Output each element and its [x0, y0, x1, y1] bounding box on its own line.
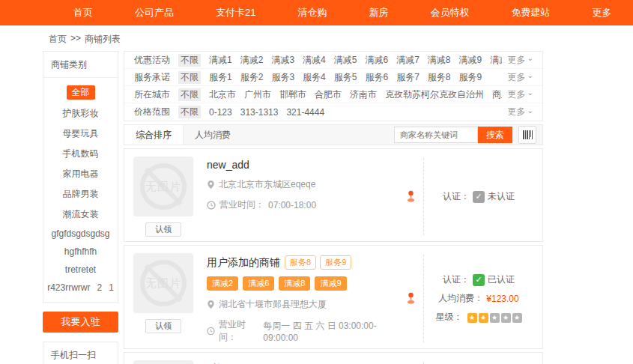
- shop-hours-row: 营业时间：07:00-18:00: [207, 198, 398, 211]
- filter-options: 不限服务1服务2服务3服务4服务5服务6服务7服务8服务9: [178, 71, 502, 84]
- filter-option[interactable]: 满减2: [240, 54, 264, 67]
- nav-item[interactable]: 公司产品: [114, 0, 195, 25]
- service-tag: 服务8: [285, 255, 316, 270]
- category-item[interactable]: 品牌男装: [63, 188, 99, 201]
- filter-option[interactable]: 服务6: [365, 71, 388, 84]
- nav-item[interactable]: 免费建站: [490, 0, 571, 25]
- filter-option[interactable]: 北京市: [209, 88, 236, 101]
- filter-more-button[interactable]: 更多 ⌄: [502, 88, 542, 101]
- filter-option[interactable]: 克孜勒苏柯尔克孜自治州: [385, 88, 484, 101]
- nav-item[interactable]: 首页: [52, 0, 114, 25]
- chevron-down-icon: ⌄: [527, 72, 533, 79]
- filter-option[interactable]: 313-1313: [240, 107, 279, 118]
- top-navbar: 首页公司产品支付卡21清仓购新房会员特权免费建站更多: [0, 0, 633, 25]
- map-marker-icon[interactable]: [405, 292, 417, 305]
- category-item[interactable]: 1: [109, 282, 114, 293]
- filter-option[interactable]: 邯郸市: [279, 88, 306, 101]
- category-item[interactable]: 潮流女装: [63, 208, 99, 221]
- filter-option[interactable]: 满减8: [428, 54, 451, 67]
- filter-option[interactable]: 不限: [178, 88, 201, 101]
- category-item[interactable]: hgfhfhfh: [64, 246, 97, 257]
- sort-tab-composite[interactable]: 综合排序: [124, 125, 184, 145]
- category-item[interactable]: 母婴玩具: [63, 127, 99, 140]
- promo-tag: 满减8: [279, 276, 310, 291]
- filter-row: 服务承诺 不限服务1服务2服务3服务4服务5服务6服务7服务8服务9 更多 ⌄: [124, 69, 542, 86]
- category-item[interactable]: 护肤彩妆: [63, 107, 99, 120]
- category-item[interactable]: 全部: [67, 85, 95, 100]
- clock-icon: [207, 201, 216, 210]
- filter-option[interactable]: 服务2: [240, 71, 264, 84]
- filter-option[interactable]: 不限: [178, 54, 201, 67]
- claim-button[interactable]: 认领: [145, 319, 181, 333]
- filter-option[interactable]: 0-123: [209, 107, 232, 118]
- filter-option[interactable]: 满减3: [271, 54, 294, 67]
- nav-item[interactable]: 新房: [348, 0, 409, 25]
- cert-check-icon: ✓: [473, 274, 485, 286]
- filter-option[interactable]: 满减1: [209, 54, 232, 67]
- filter-more-button[interactable]: 更多 ⌄: [502, 71, 542, 84]
- nav-item[interactable]: 清仓购: [276, 0, 348, 25]
- filter-row: 优惠活动 不限满减1满减2满减3满减4满减5满减6满减7满减8满减9满减0满减=…: [124, 52, 542, 69]
- breadcrumb-home[interactable]: 首页: [49, 33, 67, 46]
- category-item[interactable]: gfgfdsgdsgdsg: [51, 228, 109, 239]
- filter-option[interactable]: 服务3: [271, 71, 294, 84]
- filter-option[interactable]: 321-4444: [286, 107, 324, 118]
- nav-item[interactable]: 更多: [571, 0, 632, 25]
- location-pin-icon: [207, 300, 215, 309]
- shop-address: 北京北京市东城区eqeqe: [219, 178, 315, 191]
- filter-more-button[interactable]: 更多 ⌄: [502, 54, 542, 67]
- filter-option[interactable]: 广州市: [244, 88, 271, 101]
- join-button[interactable]: 我要入驻: [43, 312, 118, 333]
- filter-label: 价格范围: [124, 106, 178, 118]
- claim-button[interactable]: 认领: [145, 222, 181, 237]
- no-image-label: 无图片: [145, 180, 181, 194]
- shop-address-row: 湖北省十堰市郧县理想大厦: [207, 298, 398, 311]
- shop-name[interactable]: new_add: [207, 159, 249, 171]
- filter-option[interactable]: 满减0: [490, 54, 501, 67]
- filter-option[interactable]: 满减7: [396, 54, 420, 67]
- category-item[interactable]: 家用电器: [63, 168, 99, 181]
- filter-more-button[interactable]: 更多 ⌄: [502, 106, 542, 118]
- shop-name[interactable]: 用户添加的商铺: [207, 256, 280, 270]
- filter-option[interactable]: 服务5: [334, 71, 357, 84]
- category-item[interactable]: 2: [97, 282, 102, 293]
- shop-listings: 无图片 认领 new_add 北京北京市东城区eqeqe 营业时间: [124, 148, 543, 364]
- barcode-view-button[interactable]: [518, 126, 536, 144]
- filter-option[interactable]: 商丘市: [492, 88, 502, 101]
- star-empty-icon: ★: [512, 313, 522, 323]
- per-capita-price-row: 人均消费： ¥123.00: [438, 292, 518, 305]
- filter-option[interactable]: 满减6: [365, 54, 388, 67]
- filter-option[interactable]: 满减4: [303, 54, 326, 67]
- scan-title: 手机扫一扫: [43, 342, 118, 364]
- sort-tab-per-capita[interactable]: 人均消费: [184, 125, 242, 145]
- star-rating-row: 星级： ★★★★★: [436, 311, 522, 324]
- filter-option[interactable]: 不限: [178, 71, 201, 84]
- filter-option[interactable]: 服务8: [428, 71, 451, 84]
- category-item[interactable]: r423rrwrwr: [47, 282, 90, 293]
- filter-option[interactable]: 服务7: [396, 71, 420, 84]
- filter-label: 优惠活动: [124, 54, 178, 67]
- filter-option[interactable]: 满减9: [459, 54, 482, 67]
- filter-option[interactable]: 服务1: [209, 71, 232, 84]
- filter-option[interactable]: 合肥市: [315, 88, 342, 101]
- filter-option[interactable]: 不限: [178, 106, 201, 118]
- category-item[interactable]: 手机数码: [63, 148, 99, 160]
- cert-status: 未认证: [488, 190, 515, 203]
- filter-option[interactable]: 服务9: [459, 71, 482, 84]
- map-marker-icon[interactable]: [405, 190, 417, 203]
- promo-tag: 满减9: [315, 276, 346, 291]
- cert-label: 认证：: [443, 273, 470, 286]
- category-item[interactable]: tretretet: [65, 264, 96, 275]
- search-button[interactable]: 搜索: [478, 127, 512, 143]
- shop-address-row: 北京北京市东城区eqeqe: [207, 178, 398, 191]
- shop-placeholder-image: 无图片: [133, 157, 193, 216]
- filter-options: 不限满减1满减2满减3满减4满减5满减6满减7满减8满减9满减0满减=: [178, 54, 502, 67]
- filter-panel: 优惠活动 不限满减1满减2满减3满减4满减5满减6满减7满减8满减9满减0满减=…: [124, 51, 543, 121]
- filter-option[interactable]: 满减5: [334, 54, 357, 67]
- cert-label: 认证：: [443, 190, 470, 203]
- filter-option[interactable]: 服务4: [303, 71, 326, 84]
- nav-item[interactable]: 支付卡21: [195, 0, 276, 25]
- search-input[interactable]: [394, 127, 478, 143]
- filter-option[interactable]: 济南市: [350, 88, 377, 101]
- nav-item[interactable]: 会员特权: [409, 0, 490, 25]
